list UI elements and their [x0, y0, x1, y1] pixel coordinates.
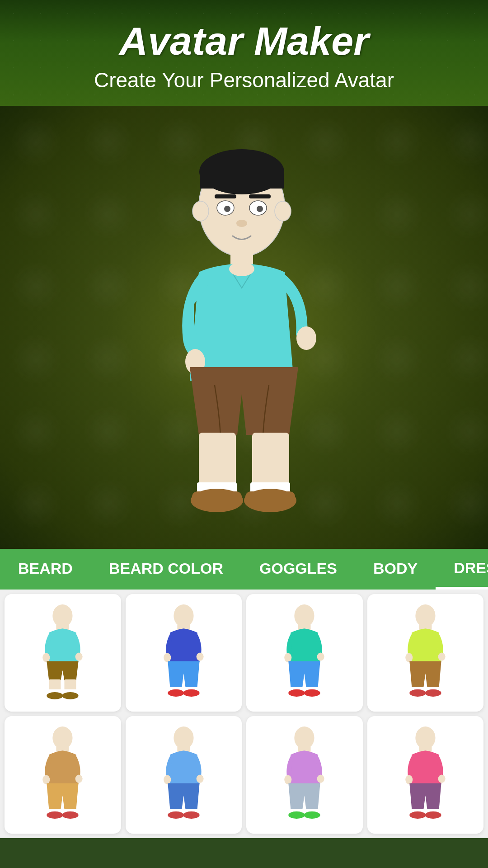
- svg-point-74: [409, 811, 426, 818]
- outfit-selection-grid: [0, 590, 488, 838]
- svg-point-64: [295, 726, 314, 749]
- svg-point-62: [168, 811, 184, 818]
- svg-point-39: [183, 689, 199, 696]
- svg-point-33: [62, 692, 79, 699]
- svg-point-27: [75, 652, 83, 660]
- svg-point-73: [438, 774, 445, 783]
- category-tabs: BEARD BEARD COLOR GOGGLES BODY DRESS: [0, 549, 488, 590]
- svg-rect-17: [252, 433, 289, 487]
- svg-point-26: [43, 653, 50, 662]
- avatar-preview-area: [0, 106, 488, 549]
- outfit-item-5[interactable]: [5, 716, 121, 834]
- svg-point-49: [438, 652, 445, 660]
- svg-point-13: [229, 262, 254, 276]
- outfit-item-7[interactable]: [246, 716, 363, 834]
- svg-point-57: [62, 811, 79, 818]
- svg-point-69: [304, 811, 320, 818]
- svg-point-40: [295, 604, 314, 627]
- outfit-item-3[interactable]: [246, 594, 363, 712]
- app-title: Avatar Maker: [9, 18, 479, 64]
- svg-point-45: [304, 689, 320, 696]
- svg-point-34: [174, 604, 193, 627]
- svg-point-10: [257, 206, 263, 212]
- svg-point-66: [285, 775, 292, 784]
- svg-point-75: [425, 811, 441, 818]
- tab-dress[interactable]: DRESS: [436, 549, 488, 590]
- svg-point-37: [196, 652, 203, 660]
- svg-point-15: [296, 326, 316, 350]
- tab-beard-color[interactable]: BEARD COLOR: [91, 549, 241, 590]
- svg-point-50: [409, 689, 426, 696]
- svg-rect-4: [200, 170, 284, 189]
- app-subtitle: Create Your Personalized Avatar: [9, 68, 479, 92]
- svg-point-32: [47, 692, 63, 699]
- outfit-item-2[interactable]: [126, 594, 242, 712]
- tab-goggles[interactable]: GOGGLES: [241, 549, 355, 590]
- svg-point-1: [192, 201, 209, 221]
- svg-point-60: [164, 775, 171, 784]
- svg-point-2: [275, 201, 291, 221]
- svg-rect-16: [199, 433, 236, 487]
- svg-point-63: [183, 811, 199, 818]
- avatar-figure: [140, 141, 348, 514]
- svg-rect-21: [192, 491, 242, 507]
- outfit-item-8[interactable]: [367, 716, 484, 834]
- svg-point-36: [164, 653, 171, 662]
- svg-point-55: [75, 774, 83, 783]
- svg-rect-5: [215, 194, 236, 198]
- svg-point-51: [425, 689, 441, 696]
- svg-point-56: [47, 811, 63, 818]
- tab-body[interactable]: BODY: [355, 549, 436, 590]
- svg-point-70: [415, 726, 435, 749]
- svg-rect-23: [245, 491, 295, 507]
- svg-point-58: [174, 726, 193, 749]
- svg-point-46: [415, 604, 435, 627]
- svg-point-72: [405, 775, 413, 784]
- svg-point-38: [168, 689, 184, 696]
- svg-point-9: [224, 206, 230, 212]
- svg-point-54: [43, 775, 50, 784]
- svg-point-44: [289, 689, 305, 696]
- svg-point-67: [317, 774, 324, 783]
- svg-point-11: [236, 220, 247, 227]
- svg-point-61: [196, 774, 203, 783]
- outfit-item-1[interactable]: [5, 594, 121, 712]
- svg-point-68: [289, 811, 305, 818]
- svg-point-52: [53, 726, 73, 749]
- outfit-item-6[interactable]: [126, 716, 242, 834]
- svg-point-43: [317, 652, 324, 660]
- svg-rect-6: [249, 194, 271, 198]
- outfit-item-4[interactable]: [367, 594, 484, 712]
- tab-beard[interactable]: BEARD: [0, 549, 91, 590]
- app-header: Avatar Maker Create Your Personalized Av…: [0, 0, 488, 106]
- svg-point-48: [405, 653, 413, 662]
- svg-point-24: [53, 604, 73, 627]
- svg-point-42: [285, 653, 292, 662]
